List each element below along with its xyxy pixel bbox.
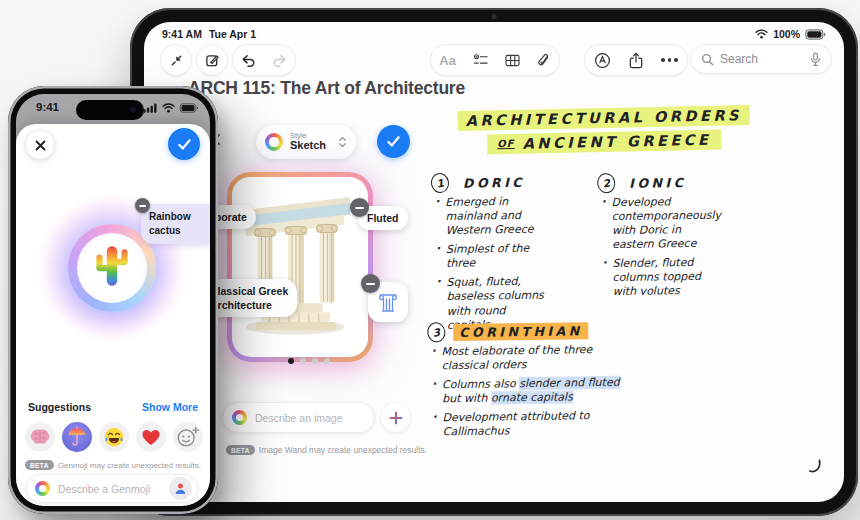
- laughing-face-icon: [103, 426, 125, 448]
- ipad-device: 9:41 AM Tue Apr 1 100%: [130, 8, 858, 516]
- doric-number: 1: [429, 172, 450, 195]
- notes-heading: ARCHITECTURAL ORDERS OFANCIENT GREECE: [444, 105, 765, 156]
- cellular-icon: [143, 103, 158, 113]
- person-genmoji-button[interactable]: [169, 477, 192, 500]
- describe-genmoji-input[interactable]: [56, 482, 163, 496]
- wifi-icon: [755, 29, 768, 39]
- battery-icon: [805, 29, 826, 40]
- doric-bullet: Emerged in mainland and Western Greece: [445, 194, 594, 238]
- tag-rainbow-cactus[interactable]: Rainbow cactus: [141, 204, 210, 244]
- ipad-clock: 9:41 AM: [162, 28, 202, 40]
- rainbow-cactus-genmoji: [90, 242, 134, 292]
- add-image-source-button[interactable]: [381, 403, 410, 432]
- plus-icon: [389, 411, 403, 425]
- more-options-button[interactable]: [661, 58, 678, 62]
- undo-button[interactable]: [240, 53, 257, 68]
- heading-line2: OFANCIENT GREECE: [487, 130, 722, 155]
- doric-bullet: Simplest of the three: [446, 241, 594, 271]
- wifi-icon: [162, 103, 175, 113]
- suggestions-label: Suggestions: [28, 401, 91, 413]
- attachment-button[interactable]: [537, 53, 551, 68]
- describe-genmoji-field[interactable]: [26, 474, 198, 503]
- ipad-front-camera: [492, 14, 497, 19]
- describe-image-field[interactable]: [222, 402, 375, 433]
- heart-icon: [141, 428, 161, 446]
- battery-percent: 100%: [773, 28, 800, 40]
- redo-button[interactable]: [271, 53, 288, 68]
- heading-line1: ARCHITECTURAL ORDERS: [457, 105, 750, 131]
- image-page-control[interactable]: [288, 358, 330, 364]
- remove-sketch-reference-button[interactable]: [361, 274, 380, 293]
- beta-text: Genmoji may create unexpected results.: [58, 461, 201, 470]
- corinthian-bullet: Development attributed to Callimachus: [442, 407, 778, 440]
- doric-title: DORIC: [457, 173, 531, 191]
- search-icon: [701, 53, 714, 66]
- umbrella-icon: [67, 426, 87, 448]
- new-genmoji-button[interactable]: [173, 422, 203, 452]
- undo-redo-group: [232, 44, 296, 76]
- iphone-status-bar: 9:41: [16, 98, 210, 116]
- search-placeholder: Search: [720, 52, 804, 66]
- image-wand-beta-note: BETA Image Wand may create unexpected re…: [226, 445, 427, 455]
- generated-image-card[interactable]: [227, 172, 373, 362]
- genmoji-beta-note: BETA Genmoji may create unexpected resul…: [25, 460, 201, 470]
- suggestion-brain-emoji[interactable]: [25, 422, 55, 452]
- collapse-icon: [169, 53, 184, 68]
- text-format-button[interactable]: Aa: [439, 53, 456, 68]
- brain-icon: [29, 428, 51, 446]
- format-tools-group: Aa: [430, 44, 560, 76]
- beta-text: Image Wand may create unexpected results…: [259, 445, 427, 455]
- checklist-button[interactable]: [473, 53, 489, 67]
- ionic-number: 2: [596, 172, 617, 195]
- image-wand-icon: [232, 410, 247, 425]
- genmoji-accept-button[interactable]: [168, 128, 200, 160]
- markup-pen-button[interactable]: [594, 52, 611, 69]
- iphone-device: 9:41: [8, 86, 218, 514]
- genmoji-icon: [35, 481, 50, 496]
- ionic-bullet: Slender, fluted columns topped with volu…: [612, 255, 785, 300]
- beta-badge: BETA: [25, 460, 54, 470]
- chevron-up-down-icon: [338, 136, 347, 148]
- suggestion-heart-emoji[interactable]: [136, 422, 166, 452]
- dynamic-island: [76, 100, 144, 120]
- table-button[interactable]: [505, 54, 520, 67]
- close-icon: [34, 139, 47, 152]
- suggestion-joy-emoji[interactable]: [99, 422, 129, 452]
- genmoji-sheet: Rainbow cactus Suggestions Show More: [16, 124, 210, 506]
- share-button[interactable]: [629, 52, 643, 69]
- column-sketch-icon: [376, 289, 400, 315]
- corinthian-bullet: Most elaborate of the three classical or…: [441, 341, 777, 374]
- genmoji-close-button[interactable]: [26, 131, 54, 159]
- style-selector[interactable]: Style Sketch: [256, 125, 356, 159]
- describe-image-input[interactable]: [253, 411, 365, 425]
- remove-tag-rainbow-cactus-button[interactable]: [135, 198, 150, 213]
- battery-icon: [179, 103, 199, 113]
- dictation-mic-icon[interactable]: [810, 52, 821, 67]
- compose-icon: [205, 53, 220, 68]
- corinthian-number: 3: [426, 321, 447, 344]
- image-playground-icon: [265, 133, 283, 151]
- section-ionic: 2IONIC Developed contemporaneously with …: [597, 171, 785, 305]
- show-more-link[interactable]: Show More: [142, 401, 198, 413]
- greek-column-image: [232, 177, 358, 347]
- style-value: Sketch: [290, 140, 331, 152]
- checkmark-icon: [386, 135, 401, 148]
- person-icon: [174, 482, 187, 495]
- compose-note-button[interactable]: [196, 44, 228, 76]
- section-corinthian: 3CORINTHIAN Most elaborate of the three …: [427, 318, 779, 445]
- section-doric: 1DORIC Emerged in mainland and Western G…: [431, 171, 595, 338]
- suggestion-umbrella-genmoji[interactable]: [62, 422, 92, 452]
- accept-image-button[interactable]: [377, 125, 410, 158]
- iphone-clock: 9:41: [36, 101, 59, 113]
- new-genmoji-icon: [176, 426, 200, 448]
- suggestion-row: [25, 422, 203, 452]
- iphone-screen: 9:41: [16, 94, 210, 506]
- ipad-date: Tue Apr 1: [209, 28, 256, 40]
- markup-tools-group: [584, 44, 688, 76]
- remove-tag-fluted-button[interactable]: [350, 198, 369, 217]
- collapse-note-button[interactable]: [160, 44, 192, 76]
- search-field[interactable]: Search: [690, 44, 832, 74]
- ionic-bullet: Developed contemporaneously with Doric i…: [611, 194, 784, 253]
- ipad-status-bar: 9:41 AM Tue Apr 1 100%: [162, 27, 826, 41]
- ipad-screen: 9:41 AM Tue Apr 1 100%: [144, 22, 844, 502]
